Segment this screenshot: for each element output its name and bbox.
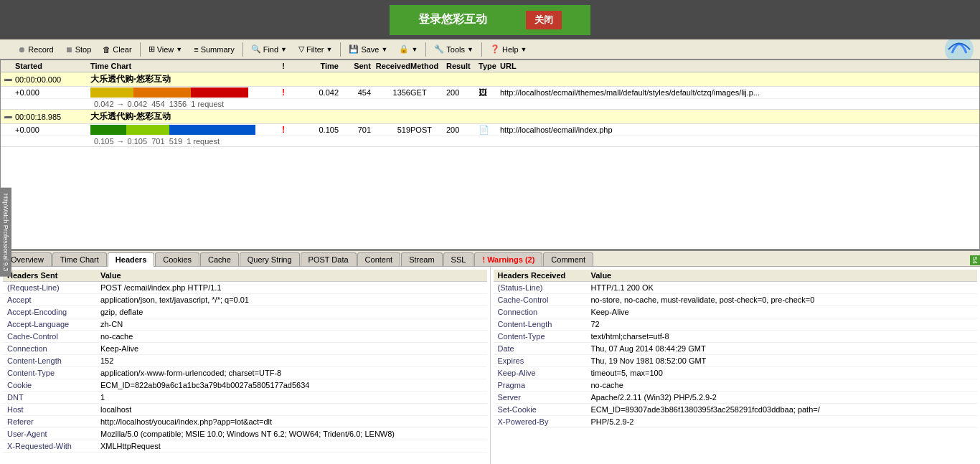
record-button[interactable]: ⏺ Record <box>13 43 58 56</box>
session-header-row-2[interactable]: ➖ 00:00:18.985 大乐透代购-悠彩互动 <box>1 110 979 124</box>
headers-sent-row: ConnectionKeep-Alive <box>3 343 487 355</box>
header-sent-value: localhost <box>96 404 487 416</box>
session-type-2: 📄 <box>479 125 500 135</box>
header-sent-name: Host <box>3 404 96 416</box>
headers-sent-row: Acceptapplication/json, text/javascript,… <box>3 294 487 306</box>
header-sent-name: (Request-Line) <box>3 282 96 294</box>
header-recv-name: Pragma <box>494 379 587 392</box>
session-method-1: GET <box>410 88 446 97</box>
help-dropdown-arrow: ▼ <box>521 46 527 53</box>
tools-button[interactable]: 🔧 Tools ▼ <box>429 42 479 56</box>
tab-ssl[interactable]: SSL <box>443 252 474 266</box>
session-excl-detail-1: ! <box>277 87 290 98</box>
session-result-2: 200 <box>446 126 479 134</box>
arrow-icon-2: → <box>117 137 125 146</box>
session-header-row-1[interactable]: ➖ 00:00:00.000 大乐透代购-悠彩互动 <box>1 72 979 87</box>
session-timechart-2: 大乐透代购-悠彩互动 <box>90 110 277 123</box>
col-sent-header: Sent <box>339 62 371 70</box>
toolbar-separator-3 <box>340 42 341 57</box>
filter-button[interactable]: ▽ Filter ▼ <box>293 42 337 56</box>
header-sent-name: Content-Type <box>3 367 96 379</box>
header-recv-name: Set-Cookie <box>494 404 587 416</box>
tab-cache[interactable]: Cache <box>200 252 239 266</box>
header-sent-value: gzip, deflate <box>96 306 487 318</box>
session-url-1: http://localhost/ecmail/themes/mall/defa… <box>500 88 976 97</box>
save-button[interactable]: 💾 Save ▼ <box>344 42 392 56</box>
headers-recv-row: ServerApache/2.2.11 (Win32) PHP/5.2.9-2 <box>494 392 978 404</box>
stop-button[interactable]: ⏹ Stop <box>60 43 97 56</box>
header-recv-value: no-cache <box>587 379 978 392</box>
session-bar-2 <box>90 125 277 135</box>
header-recv-name: Content-Length <box>494 318 587 331</box>
header-recv-value: Apache/2.2.11 (Win32) PHP/5.2.9-2 <box>587 392 978 404</box>
session-group-2: ➖ 00:00:18.985 大乐透代购-悠彩互动 +0.000 <box>1 110 979 147</box>
session-detail-row-2[interactable]: +0.000 ! 0.105 701 519 POST 200 📄 http:/… <box>1 124 979 136</box>
summary-button[interactable]: ≡ Summary <box>189 43 239 56</box>
expand-icon-2[interactable]: ➖ <box>4 113 12 121</box>
right-scroll-indicator: 54 <box>970 255 980 265</box>
save-dropdown-arrow: ▼ <box>381 46 387 53</box>
headers-content: Headers Sent Value (Request-Line)POST /e… <box>0 267 980 464</box>
session-excl-detail-2: ! <box>277 125 290 135</box>
help-button[interactable]: ❓ Help ▼ <box>485 42 532 56</box>
header-recv-name: Content-Type <box>494 331 587 343</box>
headers-recv-col1: Headers Received <box>494 270 587 282</box>
headers-sent-panel: Headers Sent Value (Request-Line)POST /e… <box>0 267 491 464</box>
column-headers: Started Time Chart ! Time Sent Received … <box>1 60 979 72</box>
headers-sent-row: CookieECM_ID=822ab09a6c1a1bc3a79b4b0027a… <box>3 379 487 392</box>
headers-sent-col2: Value <box>96 270 487 282</box>
view-dropdown-arrow: ▼ <box>176 46 182 53</box>
header-sent-value: zh-CN <box>96 318 487 331</box>
banner-close-button[interactable]: 关闭 <box>526 11 562 29</box>
headers-sent-row: Refererhttp://localhost/youcai/index.php… <box>3 416 487 428</box>
lock-button[interactable]: 🔒 ▼ <box>394 42 423 56</box>
header-recv-name: Cache-Control <box>494 294 587 306</box>
headers-sent-row: X-Requested-WithXMLHttpRequest <box>3 440 487 453</box>
header-sent-name: Accept-Language <box>3 318 96 331</box>
header-sent-value: 1 <box>96 392 487 404</box>
bottom-panel: Overview Time Chart Headers Cookies Cach… <box>0 250 980 464</box>
clear-button[interactable]: 🗑 Clear <box>98 43 136 56</box>
find-button[interactable]: 🔍 Find ▼ <box>246 42 292 56</box>
headers-recv-row: ExpiresThu, 19 Nov 1981 08:52:00 GMT <box>494 355 978 367</box>
session-started-2: 00:00:18.985 <box>15 113 90 121</box>
filter-dropdown-arrow: ▼ <box>326 46 332 53</box>
tab-cookies[interactable]: Cookies <box>155 252 199 266</box>
header-sent-name: User-Agent <box>3 428 96 440</box>
header-recv-name: Keep-Alive <box>494 367 587 379</box>
find-dropdown-arrow: ▼ <box>281 46 287 53</box>
header-recv-name: Server <box>494 392 587 404</box>
tab-comment[interactable]: Comment <box>543 252 593 266</box>
record-icon: ⏺ <box>18 45 26 54</box>
header-recv-name: Expires <box>494 355 587 367</box>
help-icon: ❓ <box>490 44 500 54</box>
header-sent-name: Content-Length <box>3 355 96 367</box>
top-banner: 登录悠彩互动 关闭 <box>0 0 980 39</box>
col-excl-header: ! <box>277 62 290 70</box>
tab-content[interactable]: Content <box>357 252 401 266</box>
session-timechart-1: 大乐透代购-悠彩互动 <box>90 73 277 85</box>
tab-warnings[interactable]: ! Warnings (2) <box>474 252 542 266</box>
header-recv-name: X-Powered-By <box>494 416 587 428</box>
banner-title: 登录悠彩互动 <box>418 12 487 27</box>
headers-sent-row: Cache-Controlno-cache <box>3 331 487 343</box>
session-area: Started Time Chart ! Time Sent Received … <box>0 60 980 250</box>
clear-icon: 🗑 <box>103 45 110 54</box>
tab-postdata[interactable]: POST Data <box>301 252 357 266</box>
expand-icon-1[interactable]: ➖ <box>4 76 12 84</box>
header-sent-value: http://localhost/youcai/index.php?app=lo… <box>96 416 487 428</box>
header-sent-name: DNT <box>3 392 96 404</box>
arrow-icon-1: → <box>117 100 125 108</box>
session-detail-row-1[interactable]: +0.000 ! 0.042 454 1356 GET 200 🖼 http:/… <box>1 87 979 99</box>
toolbar-separator-4 <box>425 42 426 57</box>
toolbar-separator-5 <box>481 42 482 57</box>
tab-timechart[interactable]: Time Chart <box>52 252 107 266</box>
headers-sent-row: Accept-Languagezh-CN <box>3 318 487 331</box>
header-recv-value: PHP/5.2.9-2 <box>587 416 978 428</box>
tab-headers[interactable]: Headers <box>108 252 154 267</box>
tab-querystring[interactable]: Query String <box>240 252 300 266</box>
view-button[interactable]: ⊞ View ▼ <box>143 42 188 56</box>
headers-recv-row: (Status-Line)HTTP/1.1 200 OK <box>494 282 978 294</box>
col-url-header: URL <box>500 62 976 70</box>
tab-stream[interactable]: Stream <box>401 252 442 266</box>
